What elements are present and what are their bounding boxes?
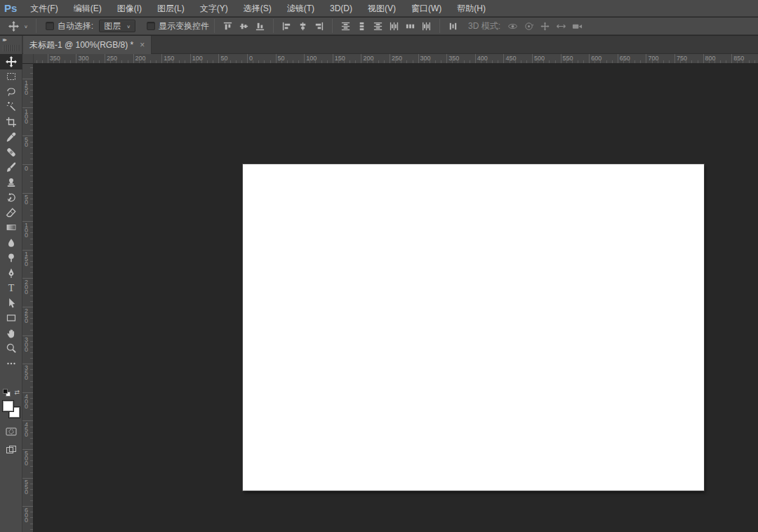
document-tab[interactable]: 未标题-1 @ 100%(RGB/8) * ×: [23, 36, 152, 54]
menu-select[interactable]: 选择(S): [236, 0, 279, 17]
quick-mask-icon: [6, 426, 17, 437]
hruler-label: 150: [335, 55, 345, 62]
align-vertical-group: [220, 20, 268, 32]
vertical-ruler[interactable]: 1501005005010015020025030035040045050055…: [22, 64, 34, 532]
roll-3d-icon[interactable]: [523, 20, 535, 32]
tool-blur[interactable]: [0, 235, 22, 251]
menu-image[interactable]: 图像(I): [109, 0, 149, 17]
auto-select-label[interactable]: 自动选择:: [58, 20, 93, 32]
tool-path-select[interactable]: [0, 295, 22, 311]
menu-3d[interactable]: 3D(D): [322, 0, 360, 17]
tool-eraser[interactable]: [0, 205, 22, 220]
tool-history-brush[interactable]: [0, 190, 22, 206]
hruler-label: 100: [192, 55, 203, 62]
slide-3d-icon[interactable]: [555, 20, 567, 32]
vruler-label: 400: [25, 394, 28, 409]
hruler-label: 500: [534, 55, 545, 62]
tool-healing[interactable]: [0, 145, 22, 160]
menu-window[interactable]: 窗口(W): [404, 0, 449, 17]
tool-eyedropper[interactable]: [0, 130, 22, 145]
document-canvas[interactable]: [243, 164, 704, 491]
align-right-icon[interactable]: [313, 20, 325, 32]
orbit-3d-icon[interactable]: [507, 20, 519, 32]
menu-filter[interactable]: 滤镜(T): [279, 0, 322, 17]
tool-hand[interactable]: [0, 326, 22, 341]
ruler-origin-corner[interactable]: [22, 54, 34, 64]
tools-panel-header[interactable]: ▸▸: [0, 36, 22, 54]
menu-type[interactable]: 文字(Y): [192, 0, 236, 17]
document-tab-strip: 未标题-1 @ 100%(RGB/8) * ×: [0, 36, 758, 54]
tool-more[interactable]: [0, 356, 22, 371]
swap-colors-icon[interactable]: ⇄: [14, 389, 20, 396]
align-top-icon[interactable]: [222, 20, 234, 32]
distribute-spacing-group: [445, 20, 461, 32]
tool-marquee[interactable]: [0, 69, 22, 85]
foreground-color-swatch[interactable]: [2, 400, 14, 412]
dist-right-icon[interactable]: [420, 20, 432, 32]
zoom-3d-icon[interactable]: [571, 20, 583, 32]
tool-type[interactable]: T: [0, 281, 22, 296]
hruler-label: 650: [620, 55, 630, 62]
show-transform-label[interactable]: 显示变换控件: [159, 20, 209, 32]
align-vcenter-icon[interactable]: [238, 20, 250, 32]
menu-help[interactable]: 帮助(H): [449, 0, 493, 17]
dist-vcenter-icon[interactable]: [356, 20, 368, 32]
auto-select-checkbox[interactable]: [46, 22, 54, 30]
menu-layer[interactable]: 图层(L): [149, 0, 192, 17]
vruler-label: 150: [25, 81, 28, 95]
vruler-label: 250: [25, 309, 28, 324]
hruler-label: 200: [135, 55, 146, 62]
tool-shape[interactable]: [0, 311, 22, 326]
dist-hcenter-icon[interactable]: [404, 20, 416, 32]
tool-lasso[interactable]: [0, 84, 22, 100]
close-tab-icon[interactable]: ×: [140, 40, 145, 50]
panel-grip[interactable]: [3, 45, 20, 51]
mode-3d-group: [505, 20, 585, 32]
tool-dodge[interactable]: [0, 251, 22, 266]
auto-select-target-dropdown[interactable]: 图层 ∨: [99, 20, 135, 32]
hruler-label: 300: [78, 55, 88, 62]
vruler-label: 50: [25, 195, 28, 205]
align-hcenter-icon[interactable]: [297, 20, 309, 32]
hruler-label: 400: [477, 55, 488, 62]
collapse-panel-icon[interactable]: ▸▸: [3, 36, 6, 43]
hruler-label: 800: [705, 55, 716, 62]
canvas-area[interactable]: [34, 64, 758, 532]
tool-gradient[interactable]: [0, 220, 22, 236]
dist-spacing-icon[interactable]: [447, 20, 459, 32]
quick-mask-button[interactable]: [0, 424, 22, 439]
default-colors-icon[interactable]: ⇄: [3, 389, 21, 399]
menu-file[interactable]: 文件(F): [22, 0, 65, 17]
tool-pen[interactable]: [0, 265, 22, 281]
tool-zoom[interactable]: [0, 341, 22, 357]
chevron-down-icon: ∨: [126, 23, 131, 28]
tool-preset-picker[interactable]: ∨: [0, 20, 31, 32]
show-transform-checkbox[interactable]: [147, 22, 155, 30]
hruler-label: 100: [306, 55, 317, 62]
tool-brush[interactable]: [0, 160, 22, 175]
dist-left-icon[interactable]: [388, 20, 400, 32]
vruler-label: 200: [25, 280, 28, 295]
tool-stamp[interactable]: [0, 175, 22, 190]
menu-items: 文件(F)编辑(E)图像(I)图层(L)文字(Y)选择(S)滤镜(T)3D(D)…: [22, 0, 493, 17]
horizontal-ruler[interactable]: 3503002502001501005005010015020025030035…: [34, 54, 758, 64]
separator: [273, 19, 274, 33]
screen-mode-button[interactable]: [0, 442, 22, 458]
distribute-group: [338, 20, 434, 32]
document-tab-title: 未标题-1 @ 100%(RGB/8) *: [29, 39, 133, 51]
hruler-label: 700: [648, 55, 658, 62]
dist-bottom-icon[interactable]: [372, 20, 384, 32]
menu-view[interactable]: 视图(V): [360, 0, 404, 17]
vruler-label: 350: [25, 366, 28, 380]
align-left-icon[interactable]: [281, 20, 293, 32]
separator: [214, 19, 215, 33]
tool-quick-select[interactable]: [0, 100, 22, 115]
tool-move[interactable]: [0, 54, 22, 69]
menu-edit[interactable]: 编辑(E): [66, 0, 109, 17]
svg-text:T: T: [8, 283, 15, 293]
tool-crop[interactable]: [0, 114, 22, 130]
hruler-label: 250: [107, 55, 117, 62]
dist-top-icon[interactable]: [340, 20, 352, 32]
drag-3d-icon[interactable]: [539, 20, 551, 32]
align-bottom-icon[interactable]: [254, 20, 266, 32]
